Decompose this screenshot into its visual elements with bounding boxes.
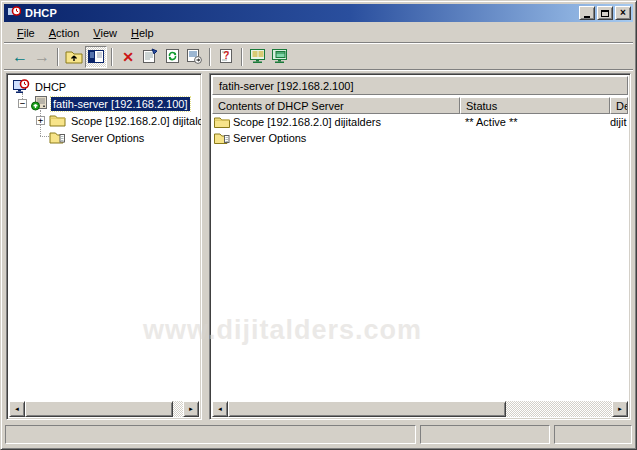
console-tree-toggle-button[interactable]	[85, 46, 107, 68]
console-tree-pane: DHCP − fatih-server [192.168.2.100]	[6, 73, 202, 420]
scrollbar-thumb[interactable]	[25, 401, 173, 417]
list-body: Scope [192.168.2.0] dijitalders ** Activ…	[212, 114, 628, 401]
tree-item-label: DHCP	[33, 80, 68, 94]
folder-options-icon	[49, 130, 66, 145]
refresh-icon	[164, 48, 181, 66]
result-pane-banner: fatih-server [192.168.2.100]	[212, 76, 628, 95]
folder-icon	[49, 113, 66, 128]
scroll-right-icon: ►	[617, 406, 623, 412]
folder-options-icon	[214, 132, 230, 144]
dhcp-console-window: DHCP × File Action View Help ← →	[0, 0, 637, 450]
toolbar: ← → ✕	[4, 44, 633, 71]
scrollbar-thumb[interactable]	[228, 401, 506, 417]
status-panel-2	[420, 425, 550, 444]
folder-icon	[214, 116, 230, 128]
menubar: File Action View Help	[4, 22, 633, 44]
menu-view[interactable]: View	[86, 25, 124, 41]
refresh-button[interactable]	[161, 46, 183, 68]
selected-node-title: fatih-server [192.168.2.100]	[219, 80, 354, 92]
help-button[interactable]: ?	[215, 46, 237, 68]
forward-button[interactable]: →	[31, 46, 53, 68]
monitor-book-icon	[249, 48, 267, 66]
scroll-right-button[interactable]: ►	[612, 401, 628, 417]
list-horizontal-scrollbar[interactable]: ◄ ►	[212, 401, 628, 417]
toolbar-separator	[111, 48, 113, 66]
maximize-icon	[601, 10, 609, 17]
column-header-contents[interactable]: Contents of DHCP Server	[212, 97, 460, 114]
tree-line	[40, 136, 49, 137]
expand-expander[interactable]: +	[36, 116, 45, 125]
column-header-description[interactable]: Des	[610, 97, 628, 114]
dhcp-server-icon	[31, 96, 48, 111]
tree-item-fatih-server[interactable]: − fatih-server [192.168.2.100]	[9, 95, 199, 112]
monitor-window-icon	[271, 48, 289, 66]
titlebar[interactable]: DHCP ×	[4, 4, 633, 22]
list-item-name: Scope [192.168.2.0] dijitalders	[233, 116, 381, 128]
dhcp-root-icon	[13, 79, 30, 94]
scroll-left-button[interactable]: ◄	[212, 401, 228, 417]
tree-item-label: Scope [192.168.2.0] dijitald	[69, 114, 201, 128]
maximize-button[interactable]	[597, 6, 613, 20]
list-item-status: ** Active **	[460, 116, 610, 128]
tree-item-server-options[interactable]: Server Options	[9, 129, 199, 146]
dhcp-app-icon	[7, 6, 21, 20]
scroll-right-icon: ►	[188, 406, 194, 412]
back-arrow-icon: ←	[12, 49, 28, 65]
svg-text:?: ?	[223, 50, 229, 61]
window-title: DHCP	[25, 7, 57, 19]
up-one-level-button[interactable]	[63, 46, 85, 68]
column-header-status[interactable]: Status	[460, 97, 610, 114]
console-tree-icon	[88, 50, 104, 65]
tree-item-label: Server Options	[69, 131, 146, 145]
status-panel-3	[554, 425, 632, 444]
minimize-button[interactable]	[579, 6, 595, 20]
list-row-scope[interactable]: Scope [192.168.2.0] dijitalders ** Activ…	[212, 114, 628, 130]
list-item-description: dijit	[610, 116, 628, 128]
scroll-left-icon: ◄	[217, 406, 223, 412]
statusbar	[4, 422, 633, 446]
menu-file[interactable]: File	[10, 25, 42, 41]
list-column-headers: Contents of DHCP Server Status Des	[212, 97, 628, 114]
status-panel-1	[5, 425, 416, 444]
main-area: DHCP − fatih-server [192.168.2.100]	[4, 71, 633, 422]
close-icon: ×	[620, 8, 626, 18]
pane-splitter[interactable]	[202, 73, 209, 420]
scroll-left-icon: ◄	[14, 406, 20, 412]
export-list-button[interactable]	[183, 46, 205, 68]
properties-icon	[142, 48, 159, 66]
export-list-icon	[186, 48, 203, 66]
collapse-expander[interactable]: −	[18, 99, 27, 108]
back-button[interactable]: ←	[9, 46, 31, 68]
toolbar-separator	[57, 48, 59, 66]
display-statistics-button[interactable]	[247, 46, 269, 68]
properties-button[interactable]	[139, 46, 161, 68]
add-server-button[interactable]	[269, 46, 291, 68]
up-folder-icon	[65, 49, 83, 66]
menu-help[interactable]: Help	[124, 25, 161, 41]
minimize-icon	[584, 16, 590, 18]
toolbar-separator	[241, 48, 243, 66]
tree-horizontal-scrollbar[interactable]: ◄ ►	[9, 401, 199, 417]
menu-action[interactable]: Action	[42, 25, 87, 41]
tree-item-scope[interactable]: + Scope [192.168.2.0] dijitald	[9, 112, 199, 129]
tree-item-label: fatih-server [192.168.2.100]	[51, 97, 190, 111]
scroll-right-button[interactable]: ►	[183, 401, 199, 417]
forward-arrow-icon: →	[34, 49, 50, 65]
list-row-server-options[interactable]: Server Options	[212, 130, 628, 146]
tree-item-dhcp-root[interactable]: DHCP	[9, 78, 199, 95]
toolbar-separator	[209, 48, 211, 66]
delete-x-icon: ✕	[122, 49, 134, 65]
result-pane: fatih-server [192.168.2.100] Contents of…	[209, 73, 631, 420]
scroll-left-button[interactable]: ◄	[9, 401, 25, 417]
close-button[interactable]: ×	[615, 6, 631, 20]
list-item-name: Server Options	[233, 132, 306, 144]
help-icon: ?	[218, 48, 235, 66]
console-tree: DHCP − fatih-server [192.168.2.100]	[9, 76, 199, 401]
delete-button[interactable]: ✕	[117, 46, 139, 68]
